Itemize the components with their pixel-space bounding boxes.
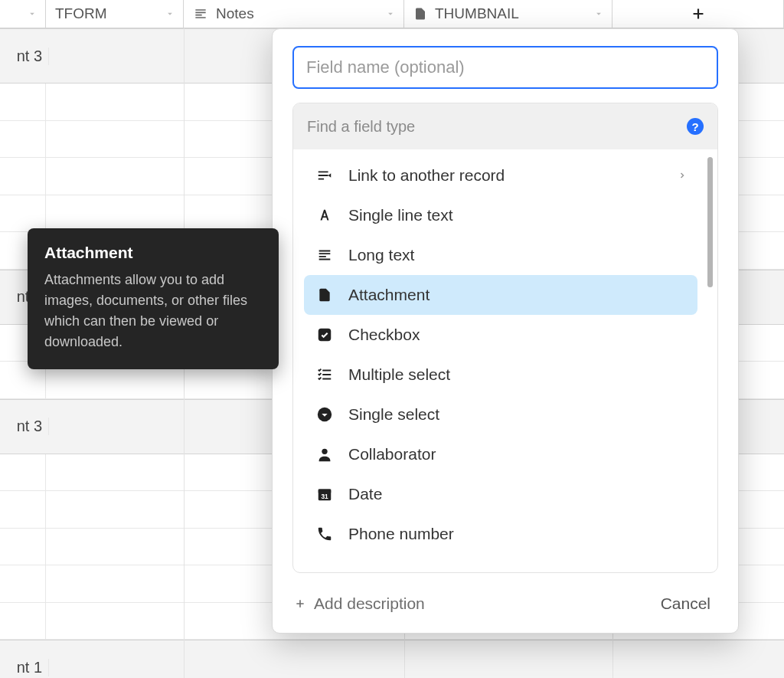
field-type-search[interactable]: Find a field type ?: [293, 103, 717, 149]
column-header-notes[interactable]: Notes: [184, 0, 404, 28]
group-label: nt 3: [3, 47, 49, 65]
svg-text:31: 31: [321, 493, 328, 500]
svg-point-2: [322, 449, 327, 454]
tooltip-title: Attachment: [44, 244, 262, 262]
field-type-tooltip: Attachment Attachments allow you to add …: [28, 228, 279, 369]
type-single-line-text[interactable]: Single line text: [304, 195, 697, 235]
search-placeholder-text: Find a field type: [307, 118, 415, 136]
svg-rect-4: [318, 490, 332, 493]
group-header-row[interactable]: nt 1: [0, 640, 784, 678]
column-header-thumbnail[interactable]: THUMBNAIL: [404, 0, 612, 28]
chevron-down-icon: [593, 8, 604, 19]
calendar-icon: 31: [315, 486, 335, 503]
column-label: THUMBNAIL: [435, 5, 519, 22]
group-label: nt 1: [3, 659, 49, 676]
plus-icon: [294, 598, 306, 610]
type-label: Link to another record: [348, 166, 505, 185]
phone-icon: [315, 526, 335, 542]
type-link-to-another-record[interactable]: Link to another record: [304, 156, 697, 195]
type-phone-number[interactable]: Phone number: [304, 514, 697, 554]
type-label: Collaborator: [348, 445, 436, 463]
checkbox-icon: [315, 326, 335, 343]
type-long-text[interactable]: Long text: [304, 235, 697, 275]
type-label: Date: [348, 485, 382, 503]
chevron-down-icon: [27, 8, 38, 19]
chevron-right-icon: [678, 171, 687, 180]
add-column-button[interactable]: [612, 0, 784, 28]
scrollbar-thumb[interactable]: [707, 157, 713, 287]
chevron-down-icon: [385, 8, 396, 19]
attachment-icon: [315, 287, 335, 303]
chevron-down-icon: [165, 8, 175, 19]
grid-column-headers: TFORM Notes THUMBNAIL: [0, 0, 784, 28]
column-label: Notes: [216, 5, 254, 22]
person-icon: [315, 446, 335, 463]
cancel-button[interactable]: Cancel: [655, 590, 717, 617]
type-label: Checkbox: [348, 326, 420, 344]
single-line-icon: [315, 207, 335, 224]
field-type-picker: Find a field type ? Link to another reco…: [292, 103, 718, 573]
type-label: Multiple select: [348, 365, 450, 384]
field-name-input[interactable]: [292, 46, 718, 89]
field-type-list: Link to another record Single line text: [293, 149, 717, 572]
type-label: Single select: [348, 405, 439, 424]
column-label: TFORM: [55, 5, 107, 22]
type-collaborator[interactable]: Collaborator: [304, 434, 697, 474]
cancel-label: Cancel: [661, 594, 710, 612]
type-multiple-select[interactable]: Multiple select: [304, 355, 697, 395]
dialog-footer: Add description Cancel: [292, 587, 718, 619]
type-label: Attachment: [348, 286, 430, 304]
long-text-icon: [193, 6, 208, 21]
column-header-prev[interactable]: [0, 0, 46, 28]
type-label: Phone number: [348, 525, 454, 543]
long-text-icon: [315, 247, 335, 264]
column-header-tform[interactable]: TFORM: [46, 0, 184, 28]
group-label: nt 3: [3, 418, 49, 435]
add-description-label: Add description: [314, 594, 425, 613]
plus-icon: [690, 5, 707, 22]
single-select-icon: [315, 406, 335, 423]
type-single-select[interactable]: Single select: [304, 395, 697, 434]
attachment-icon: [413, 7, 427, 21]
link-record-icon: [315, 167, 335, 184]
type-label: Single line text: [348, 206, 453, 224]
type-date[interactable]: 31 Date: [304, 474, 697, 514]
field-config-dialog: Find a field type ? Link to another reco…: [272, 28, 739, 634]
tooltip-body: Attachments allow you to add images, doc…: [44, 270, 262, 352]
multi-select-icon: [315, 366, 335, 383]
type-attachment[interactable]: Attachment: [304, 275, 697, 315]
help-icon[interactable]: ?: [687, 118, 704, 135]
add-description-button[interactable]: Add description: [294, 594, 425, 613]
type-label: Long text: [348, 246, 414, 264]
type-checkbox[interactable]: Checkbox: [304, 315, 697, 355]
